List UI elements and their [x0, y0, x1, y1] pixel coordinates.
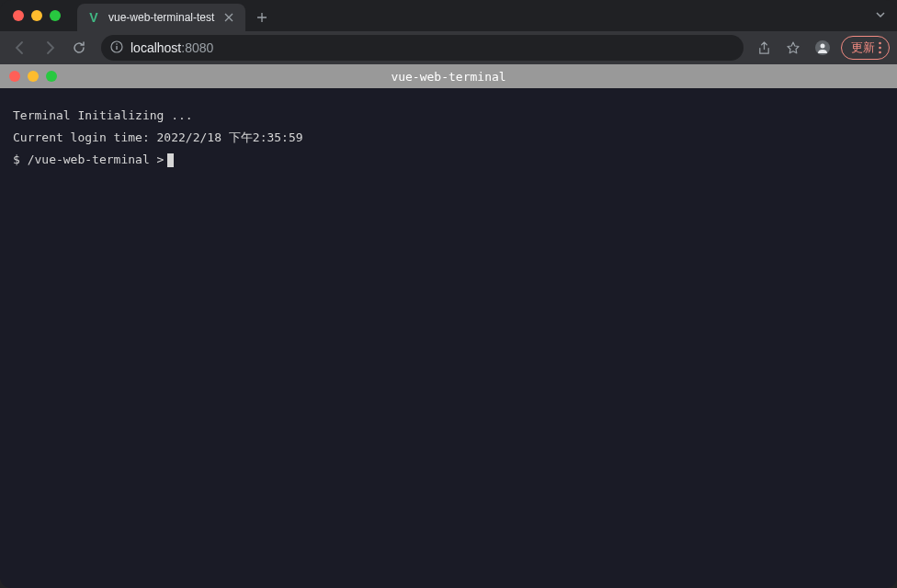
share-icon[interactable] — [753, 37, 775, 59]
terminal-output-line: Current login time: 2022/2/18 下午2:35:59 — [13, 127, 884, 149]
svg-point-5 — [879, 42, 881, 45]
address-bar[interactable]: localhost:8080 — [101, 35, 744, 61]
terminal-prompt: $ /vue-web-terminal > — [13, 149, 164, 171]
tab-bar: V vue-web-terminal-test — [0, 0, 897, 31]
profile-icon[interactable] — [812, 37, 834, 59]
toolbar-right: 更新 — [753, 36, 890, 60]
window-close-button[interactable] — [13, 10, 24, 21]
address-text: localhost:8080 — [131, 40, 213, 56]
browser-tab[interactable]: V vue-web-terminal-test — [77, 4, 245, 31]
tab-close-icon[interactable] — [221, 10, 236, 25]
terminal-output-line: Terminal Initializing ... — [13, 105, 884, 127]
svg-point-4 — [821, 44, 825, 49]
reload-button[interactable] — [66, 35, 92, 61]
forward-button[interactable] — [37, 35, 62, 61]
address-host: localhost — [131, 40, 181, 55]
svg-point-1 — [116, 43, 118, 45]
new-tab-button[interactable] — [249, 5, 275, 30]
back-button[interactable] — [7, 35, 33, 61]
svg-point-7 — [879, 51, 881, 54]
terminal-traffic-lights — [9, 71, 57, 82]
window-minimize-button[interactable] — [31, 10, 42, 21]
terminal-window: vue-web-terminal Terminal Initializing .… — [0, 64, 897, 588]
address-port: :8080 — [181, 40, 213, 55]
tabs-dropdown-icon[interactable] — [875, 7, 886, 24]
svg-point-6 — [879, 47, 881, 50]
bookmark-star-icon[interactable] — [782, 37, 804, 59]
terminal-body[interactable]: Terminal Initializing ... Current login … — [0, 88, 897, 588]
terminal-prompt-line[interactable]: $ /vue-web-terminal > — [13, 149, 884, 171]
tab-title: vue-web-terminal-test — [108, 11, 214, 24]
browser-chrome: V vue-web-terminal-test local — [0, 0, 897, 64]
menu-dots-icon — [879, 41, 881, 54]
terminal-maximize-button[interactable] — [46, 71, 57, 82]
window-maximize-button[interactable] — [50, 10, 61, 21]
update-label: 更新 — [851, 40, 875, 56]
browser-toolbar: localhost:8080 更新 — [0, 31, 897, 64]
window-traffic-lights — [13, 10, 61, 21]
terminal-close-button[interactable] — [9, 71, 20, 82]
tab-favicon: V — [86, 10, 101, 25]
update-button[interactable]: 更新 — [841, 36, 890, 60]
terminal-titlebar[interactable]: vue-web-terminal — [0, 64, 897, 88]
terminal-title: vue-web-terminal — [391, 70, 505, 84]
terminal-cursor — [167, 153, 174, 167]
svg-rect-2 — [116, 46, 117, 50]
terminal-minimize-button[interactable] — [28, 71, 39, 82]
site-info-icon[interactable] — [110, 40, 123, 56]
